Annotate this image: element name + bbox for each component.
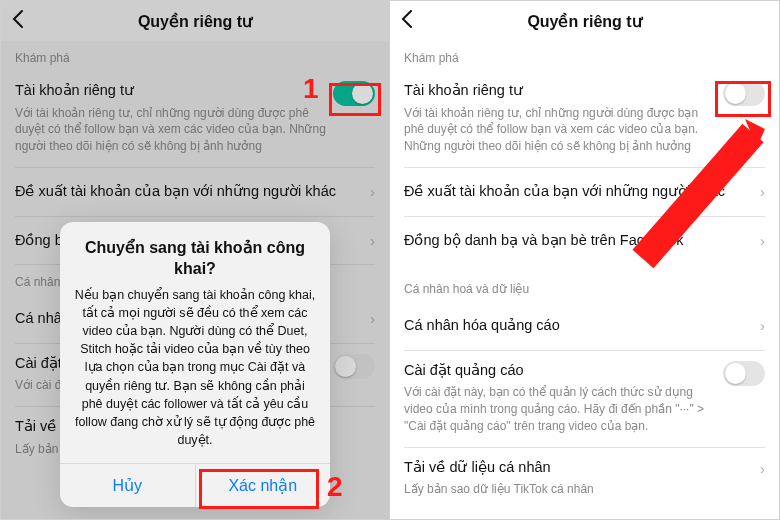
right-pane: Quyền riêng tư Khám phá Tài khoản riêng …: [390, 1, 779, 519]
dialog-cancel-button[interactable]: Hủy: [60, 464, 195, 507]
ads-title: Cài đặt quảng cáo: [404, 361, 765, 381]
header: Quyền riêng tư: [1, 1, 389, 41]
download-title: Tải về dữ liệu cá nhân: [404, 458, 765, 478]
row-private-account: Tài khoản riêng tư Với tài khoản riêng t…: [390, 71, 779, 167]
header: Quyền riêng tư: [390, 1, 779, 41]
chevron-right-icon: ›: [370, 232, 375, 249]
private-account-title: Tài khoản riêng tư: [15, 81, 375, 101]
dialog-title: Chuyển sang tài khoản công khai?: [74, 238, 316, 280]
personalize-title: Cá nhân hóa quảng cáo: [404, 316, 578, 336]
left-pane: Quyền riêng tư Khám phá Tài khoản riêng …: [1, 1, 390, 519]
row-ads: Cài đặt quảng cáo Với cài đặt này, bạn c…: [390, 351, 779, 447]
back-chevron-icon[interactable]: [11, 9, 25, 32]
dialog-confirm-button[interactable]: Xác nhận: [195, 464, 331, 507]
page-title: Quyền riêng tư: [138, 12, 252, 31]
ads-toggle[interactable]: [333, 354, 375, 379]
ads-desc: Với cài đặt này, bạn có thể quản lý cách…: [404, 384, 765, 434]
dialog-buttons: Hủy Xác nhận: [60, 463, 330, 507]
private-account-desc: Với tài khoản riêng tư, chỉ những người …: [15, 105, 375, 155]
private-account-toggle[interactable]: [333, 81, 375, 106]
row-personalize[interactable]: Cá nhân hóa quảng cáo ›: [390, 302, 779, 350]
row-private-account: Tài khoản riêng tư Với tài khoản riêng t…: [1, 71, 389, 167]
page-title: Quyền riêng tư: [527, 12, 641, 31]
private-account-toggle[interactable]: [723, 81, 765, 106]
row-sync[interactable]: Đồng bộ danh bạ và bạn bè trên Facebook …: [390, 217, 779, 265]
row-suggest[interactable]: Đề xuất tài khoản của bạn với những ngườ…: [390, 168, 779, 216]
row-download[interactable]: Tải về dữ liệu cá nhân Lấy bản sao dữ li…: [390, 448, 779, 508]
section-discover-label: Khám phá: [390, 41, 779, 71]
ads-toggle[interactable]: [723, 361, 765, 386]
private-account-title: Tài khoản riêng tư: [404, 81, 765, 101]
download-desc: Lấy bản sao dữ liệu TikTok cá nhân: [404, 481, 765, 498]
chevron-right-icon: ›: [370, 183, 375, 200]
chevron-right-icon: ›: [760, 232, 765, 249]
section-personal-label: Cá nhân hoá và dữ liệu: [390, 264, 779, 302]
row-suggest[interactable]: Đề xuất tài khoản của bạn với những ngườ…: [1, 168, 389, 216]
chevron-right-icon: ›: [370, 310, 375, 327]
private-account-desc: Với tài khoản riêng tư, chỉ những người …: [404, 105, 765, 155]
confirm-dialog: Chuyển sang tài khoản công khai? Nếu bạn…: [60, 222, 330, 507]
screenshot-container: Quyền riêng tư Khám phá Tài khoản riêng …: [0, 0, 780, 520]
sync-title: Đồng bộ danh bạ và bạn bè trên Facebook: [404, 231, 701, 251]
suggest-title: Đề xuất tài khoản của bạn với những ngườ…: [15, 182, 354, 202]
section-safety-label: An toàn: [390, 508, 779, 519]
section-discover-label: Khám phá: [1, 41, 389, 71]
back-chevron-icon[interactable]: [400, 9, 414, 32]
chevron-right-icon: ›: [760, 183, 765, 200]
chevron-right-icon: ›: [760, 460, 765, 477]
chevron-right-icon: ›: [760, 317, 765, 334]
suggest-title: Đề xuất tài khoản của bạn với những ngườ…: [404, 182, 743, 202]
dialog-message: Nếu bạn chuyển sang tài khoản công khai,…: [74, 286, 316, 449]
